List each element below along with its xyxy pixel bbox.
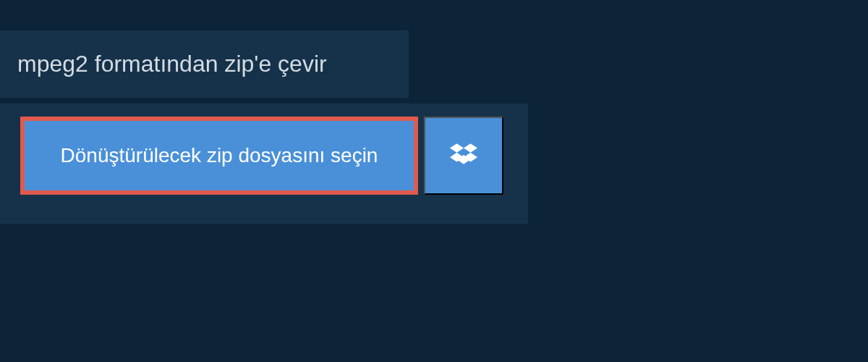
button-row: Dönüştürülecek zip dosyasını seçin <box>20 117 508 195</box>
select-file-button[interactable]: Dönüştürülecek zip dosyasını seçin <box>20 117 418 195</box>
header-bar: mpeg2 formatından zip'e çevir <box>0 30 409 98</box>
select-file-button-label: Dönüştürülecek zip dosyasını seçin <box>61 144 378 167</box>
dropbox-icon <box>450 141 477 171</box>
content-panel: Dönüştürülecek zip dosyasını seçin <box>0 104 528 224</box>
dropbox-button[interactable] <box>424 117 503 195</box>
page-title: mpeg2 formatından zip'e çevir <box>17 51 391 77</box>
